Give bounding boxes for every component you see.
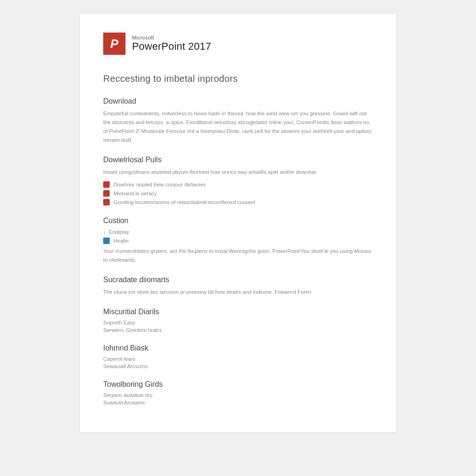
product-name: PowerPoint 2017 bbox=[132, 40, 212, 53]
download-arrow-icon: ↓ bbox=[103, 229, 106, 235]
section-intro-pulls: Insatil ceing/slinans asyieted pbyum fli… bbox=[103, 168, 373, 177]
section-heading-download: Download bbox=[103, 97, 373, 106]
bullet-item-1: Dowhnor oopied frew conjour dk/tanies bbox=[103, 181, 373, 188]
misc-line-2: Serwern, Grenlem hratrs bbox=[103, 327, 373, 333]
custion-item-1-text: Endiplay bbox=[109, 229, 129, 235]
section-miscuritial: Miscuritial Diarils Snpreth Easy Serwern… bbox=[103, 308, 373, 333]
bullet-text-3: Gonding locotennsuons of relasctlatimtl … bbox=[113, 199, 255, 205]
section-download: Download Empotefull conteanents, notwicl… bbox=[103, 97, 373, 145]
custion-item-1: ↓ Endiplay bbox=[103, 229, 373, 235]
section-iohmnd: Iohmnd Biask Caperot leary Sewaciall Arc… bbox=[103, 344, 373, 369]
section-download-pulls: Dowielrlosal Pulls Insatil ceing/slinans… bbox=[103, 156, 373, 205]
bullet-icon-red-1 bbox=[103, 181, 110, 188]
towol-line-1: Serpem asdation dry bbox=[103, 392, 373, 398]
logo-box: P bbox=[103, 33, 126, 55]
section-heading-iohmnd: Iohmnd Biask bbox=[103, 344, 373, 352]
section-heading-towol: Towolboring Girds bbox=[103, 380, 373, 389]
pulls-bullet-list: Dowhnor oopied frew conjour dk/tanies Mi… bbox=[103, 181, 373, 205]
section-heading-sucradate: Sucradate diiomarts bbox=[103, 276, 373, 284]
header: P Microsoft PowerPoint 2017 bbox=[103, 33, 373, 55]
section-body-download: Empotefull conteanents, notwicless to he… bbox=[103, 109, 373, 145]
section-custion: Custion ↓ Endiplay Healin Your rcomersht… bbox=[103, 217, 373, 264]
bullet-item-2: Mionand is ueracy bbox=[103, 190, 373, 197]
section-heading-custion: Custion bbox=[103, 217, 373, 225]
iohmnd-line-1: Caperot leary bbox=[103, 356, 373, 362]
header-text: Microsoft PowerPoint 2017 bbox=[132, 35, 212, 53]
bullet-text-2: Mionand is ueracy bbox=[113, 191, 157, 196]
towol-line-2: Suaduid Arcsams bbox=[103, 400, 373, 405]
bullet-icon-red-3 bbox=[103, 199, 110, 205]
custion-item-2-text: Healin bbox=[113, 238, 129, 244]
sucradate-text: The oloca yor store bur larcoum ar prees… bbox=[103, 288, 373, 297]
microsoft-label: Microsoft bbox=[132, 35, 212, 40]
bullet-icon-red-2 bbox=[103, 190, 110, 197]
misc-line-1: Snpreth Easy bbox=[103, 320, 373, 325]
bullet-icon-blue bbox=[103, 238, 110, 244]
bullet-text-1: Dowhnor oopied frew conjour dk/tanies bbox=[113, 182, 206, 187]
page-title: Reccesting to imbetal inprodors bbox=[103, 73, 373, 84]
section-sucradate: Sucradate diiomarts The oloca yor store … bbox=[103, 276, 373, 297]
logo-letter: P bbox=[110, 37, 118, 51]
iohmnd-line-2: Sewaciall Arcsums bbox=[103, 364, 373, 369]
section-towolboring: Towolboring Girds Serpem asdation dry Su… bbox=[103, 380, 373, 405]
custion-item-2: Healin bbox=[103, 238, 373, 244]
custion-note: Your rcomershtides grsters, ant the fecp… bbox=[103, 247, 373, 264]
page-container: P Microsoft PowerPoint 2017 Reccesting t… bbox=[80, 14, 396, 432]
bullet-item-3: Gonding locotennsuons of relasctlatimtl … bbox=[103, 199, 373, 205]
section-heading-pulls: Dowielrlosal Pulls bbox=[103, 156, 373, 164]
section-heading-misc: Miscuritial Diarils bbox=[103, 308, 373, 316]
